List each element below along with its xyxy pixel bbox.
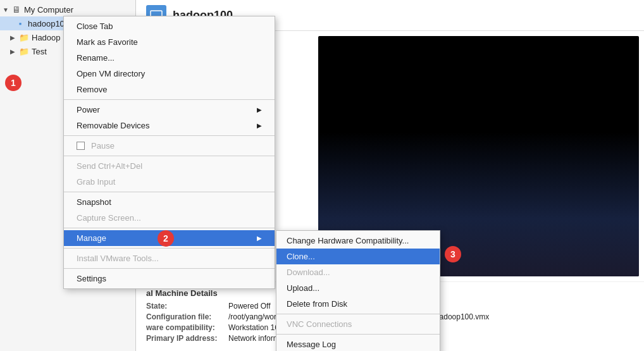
pause-checkbox — [77, 142, 85, 150]
menu-item-capture-screen: Capture Screen... — [64, 210, 275, 226]
menu-item-removable-devices[interactable]: Removable Devices ▶ — [64, 118, 275, 133]
submenu-arrow: ▶ — [257, 106, 262, 113]
sidebar: ▼ 🖥 My Computer ▪ hadoop100 ▶ 📁 Hadoop ▶… — [0, 0, 136, 351]
sidebar-item-label: Test — [32, 47, 47, 56]
separator-5 — [64, 228, 275, 228]
menu-item-rename[interactable]: Rename... — [64, 50, 275, 66]
app-container: ▼ 🖥 My Computer ▪ hadoop100 ▶ 📁 Hadoop ▶… — [0, 0, 644, 351]
content-area: ▼ 🖥 My Computer ▪ hadoop100 ▶ 📁 Hadoop ▶… — [0, 0, 644, 351]
separator-4 — [64, 192, 275, 192]
submenu-item-clone[interactable]: Clone... 3 — [276, 249, 440, 264]
submenu-item-delete-from-disk[interactable]: Delete from Disk — [276, 296, 440, 312]
submenu-item-vnc: VNC Connections — [276, 316, 440, 332]
menu-item-open-vm-dir[interactable]: Open VM directory — [64, 66, 275, 82]
manage-submenu: Change Hardware Compatibility... Clone..… — [276, 230, 440, 351]
separator-submenu-2 — [276, 334, 440, 335]
separator-1 — [64, 99, 275, 100]
menu-item-send-ctrl-alt-del: Send Ctrl+Alt+Del — [64, 158, 275, 174]
separator-2 — [64, 135, 275, 136]
submenu-item-upload[interactable]: Upload... — [276, 280, 440, 296]
context-menu: Close Tab Mark as Favorite Rename... Ope… — [63, 16, 275, 289]
separator-3 — [64, 156, 275, 156]
menu-item-mark-favorite[interactable]: Mark as Favorite — [64, 34, 275, 50]
submenu-arrow: ▶ — [257, 235, 262, 242]
sidebar-item-my-computer[interactable]: ▼ 🖥 My Computer — [0, 3, 135, 16]
submenu-arrow: ▶ — [257, 122, 262, 129]
submenu-item-change-hardware[interactable]: Change Hardware Compatibility... — [276, 233, 440, 249]
menu-item-settings[interactable]: Settings — [64, 271, 275, 286]
menu-item-pause: Pause — [64, 138, 275, 154]
separator-7 — [64, 268, 275, 269]
sidebar-item-label: Hadoop — [32, 33, 61, 42]
vm-icon: ▪ — [15, 18, 25, 28]
submenu-item-download: Download... — [276, 264, 440, 280]
separator-submenu-1 — [276, 314, 440, 314]
submenu-item-message-log[interactable]: Message Log — [276, 336, 440, 351]
expand-arrow: ▶ — [10, 48, 16, 55]
expand-arrow: ▶ — [10, 34, 16, 41]
separator-6 — [64, 248, 275, 249]
annotation-1: 1 — [5, 75, 22, 91]
menu-item-close-tab[interactable]: Close Tab — [64, 18, 275, 34]
menu-item-install-vmware-tools: Install VMware Tools... — [64, 250, 275, 266]
menu-item-power[interactable]: Power ▶ — [64, 102, 275, 118]
menu-item-grab-input: Grab Input — [64, 174, 275, 190]
sidebar-item-label: My Computer — [24, 5, 73, 15]
expand-arrow: ▼ — [3, 6, 9, 13]
folder-icon: 📁 — [19, 46, 29, 56]
menu-item-manage[interactable]: Manage ▶ 2 Change Hardware Compatibility… — [64, 230, 275, 246]
menu-item-snapshot[interactable]: Snapshot — [64, 194, 275, 210]
annotation-2: 2 — [158, 230, 174, 247]
menu-item-remove[interactable]: Remove — [64, 82, 275, 97]
folder-icon: 📁 — [19, 32, 29, 42]
computer-icon: 🖥 — [11, 4, 22, 15]
